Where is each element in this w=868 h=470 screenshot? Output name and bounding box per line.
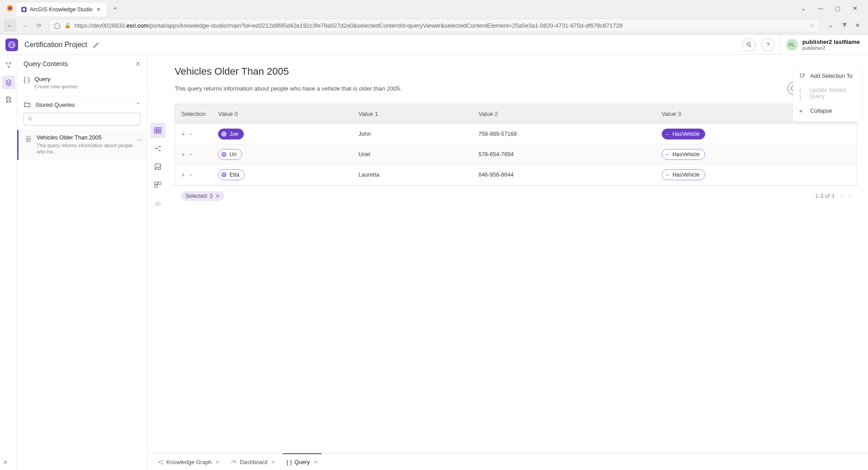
remove-from-selection-icon[interactable]: −	[189, 151, 192, 158]
header-right: ? PL publisher2 lastName publisher2	[742, 35, 863, 55]
stored-query-item[interactable]: Vehicles Older Than 2005 This query retu…	[17, 130, 147, 160]
url-field[interactable]: ◯ 🔒 https://dev0028833.esri.com/portal/a…	[49, 19, 820, 32]
remove-from-selection-icon[interactable]: −	[189, 171, 192, 178]
rail-save-icon[interactable]	[2, 93, 15, 106]
pager: 1-3 of 3 ‹ ›	[815, 193, 851, 199]
stored-queries-search[interactable]	[24, 113, 141, 125]
close-tab-icon[interactable]: ✕	[313, 459, 318, 465]
search-icon	[28, 116, 33, 122]
card-view-button[interactable]	[150, 177, 166, 192]
map-view-button[interactable]	[150, 159, 166, 174]
chevron-down-icon[interactable]: ⌄	[799, 5, 807, 12]
add-to-selection-icon[interactable]: +	[181, 130, 185, 138]
person-pill[interactable]: Joe	[218, 129, 243, 139]
value2-cell: 846-956-8644	[472, 165, 655, 185]
edit-icon[interactable]	[93, 41, 100, 48]
svg-line-20	[157, 147, 159, 149]
stored-queries-header[interactable]: Stored Queries ⌃	[17, 96, 147, 113]
table-row[interactable]: +−EttaLauretta846-956-8644→HasVehicle	[175, 165, 857, 185]
view-rail	[147, 55, 168, 470]
table-view-button[interactable]	[150, 123, 166, 138]
col-value0[interactable]: Value 0	[212, 104, 352, 124]
relationship-pill[interactable]: →HasVehicle	[662, 169, 705, 180]
stored-queries-title: Stored Queries	[35, 101, 75, 108]
relationship-pill[interactable]: →HasVehicle	[662, 129, 705, 139]
histogram-view-button[interactable]	[150, 195, 166, 211]
hamburger-icon[interactable]: ≡	[854, 22, 862, 29]
extensions-icon[interactable]: ⧩	[840, 22, 848, 29]
back-button[interactable]: ←	[4, 19, 16, 32]
add-to-selection-icon[interactable]: +	[181, 171, 185, 178]
maximize-button[interactable]: ▢	[834, 5, 842, 12]
browser-tab[interactable]: ArcGIS Knowledge Studio ✕	[16, 3, 106, 16]
svg-line-21	[157, 149, 159, 151]
forward-button: →	[18, 19, 31, 32]
more-icon[interactable]: ⋯	[137, 136, 142, 143]
selection-cell: +−	[181, 171, 205, 178]
svg-rect-26	[155, 204, 156, 206]
tab-query[interactable]: { } Query ✕	[283, 453, 322, 470]
close-panel-icon[interactable]: ✕	[135, 60, 141, 67]
user-block[interactable]: PL publisher2 lastName publisher2	[786, 38, 863, 51]
relationship-pill[interactable]: →HasVehicle	[662, 149, 705, 160]
minimize-button[interactable]: ―	[816, 5, 825, 12]
col-value2[interactable]: Value 2	[472, 104, 655, 124]
selected-count-chip[interactable]: Selected: 3 ✕	[181, 191, 224, 201]
reload-button[interactable]: ⟳	[33, 19, 45, 32]
prev-page-button[interactable]: ‹	[841, 193, 843, 199]
entity-dot-icon	[221, 131, 227, 137]
svg-point-3	[23, 8, 25, 11]
close-tab-icon[interactable]: ✕	[95, 6, 102, 13]
document-icon	[25, 135, 32, 143]
close-tab-icon[interactable]: ✕	[215, 459, 220, 465]
query-panel-title: Query Contents	[24, 60, 68, 67]
window-controls: ⌄ ― ▢ ✕	[799, 5, 864, 12]
col-selection[interactable]: Selection	[175, 104, 212, 124]
col-value1[interactable]: Value 1	[352, 104, 472, 124]
user-subname: publisher2	[802, 45, 860, 51]
shield-icon: ◯	[54, 22, 61, 29]
close-window-button[interactable]: ✕	[851, 5, 859, 12]
graph-view-button[interactable]	[150, 141, 166, 156]
braces-icon: { }	[799, 86, 805, 100]
add-to-icon	[799, 73, 806, 79]
svg-point-17	[155, 148, 157, 149]
create-query-button[interactable]: { } Query Create new queries	[17, 73, 147, 96]
rail-graph-icon[interactable]	[2, 58, 15, 72]
svg-rect-12	[155, 128, 161, 133]
person-pill[interactable]: Etta	[218, 169, 244, 180]
braces-icon: { }	[286, 459, 292, 465]
next-page-button[interactable]: ›	[849, 193, 851, 199]
collapse-panel-button[interactable]: » Collapse	[793, 104, 861, 118]
project-title: Certification Project	[24, 41, 87, 49]
svg-point-1	[9, 7, 12, 10]
remove-from-selection-icon[interactable]: −	[189, 130, 192, 138]
table-row[interactable]: +−JoeJohn759-889-57168→HasVehicle	[175, 124, 857, 144]
app-tab-icon	[21, 6, 27, 13]
tab-dashboard[interactable]: Dashboard ✕	[227, 453, 279, 470]
bookmark-star-icon[interactable]: ☆	[810, 22, 815, 29]
add-to-selection-icon[interactable]: +	[181, 151, 185, 158]
help-button[interactable]: ?	[761, 38, 775, 52]
clear-selection-icon[interactable]: ✕	[215, 193, 220, 199]
table-row[interactable]: +−UriUriel578-654-7854→HasVehicle	[175, 144, 857, 165]
pocket-icon[interactable]: ⌄	[826, 22, 835, 29]
add-selection-to-button[interactable]: Add Selection To	[793, 69, 861, 83]
main: Vehicles Older Than 2005 This query retu…	[168, 55, 868, 470]
tab-knowledge-graph[interactable]: Knowledge Graph ✕	[154, 453, 223, 470]
svg-rect-25	[155, 185, 157, 187]
svg-line-11	[31, 120, 33, 121]
svg-line-36	[160, 462, 162, 464]
lock-icon: 🔒	[64, 22, 71, 29]
svg-point-33	[161, 460, 162, 461]
expand-rail-icon[interactable]: »	[4, 458, 7, 465]
arrow-right-icon: →	[665, 131, 670, 137]
rail-layers-icon[interactable]	[2, 76, 15, 89]
close-tab-icon[interactable]: ✕	[271, 459, 275, 465]
app-logo[interactable]	[5, 38, 18, 51]
new-tab-button[interactable]: ＋	[110, 3, 121, 14]
search-button[interactable]	[742, 38, 756, 52]
tab-kg-label: Knowledge Graph	[166, 459, 212, 465]
person-pill[interactable]: Uri	[218, 149, 242, 160]
folder-icon	[24, 101, 31, 108]
